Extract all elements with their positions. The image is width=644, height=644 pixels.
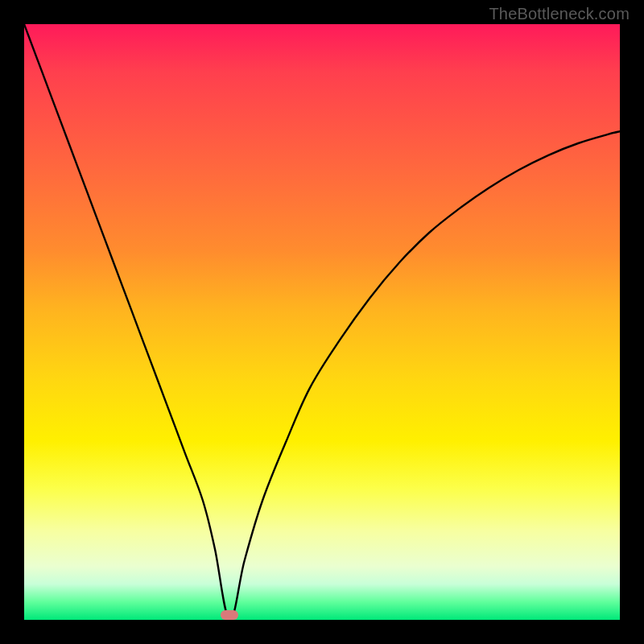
minimum-marker (221, 610, 238, 620)
chart-plot-area (24, 24, 620, 620)
watermark-text: TheBottleneck.com (489, 5, 630, 23)
bottleneck-curve (24, 24, 620, 620)
